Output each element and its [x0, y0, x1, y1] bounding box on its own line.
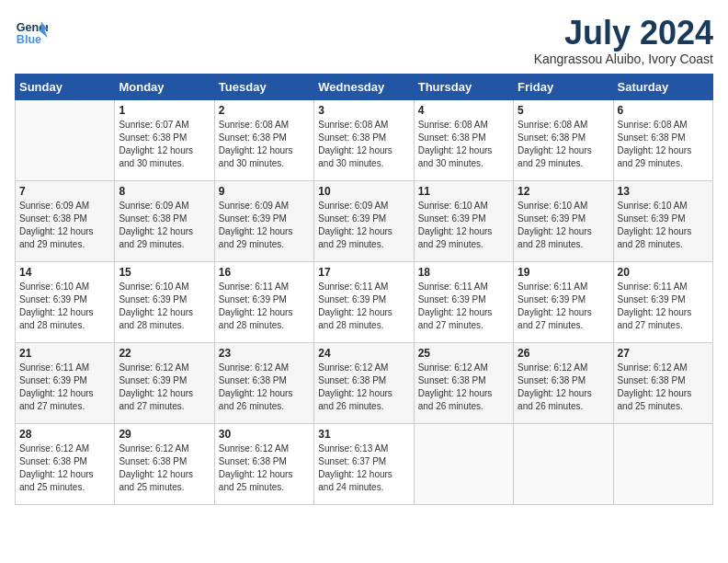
day-number: 24 — [318, 347, 409, 360]
day-info: Sunrise: 6:09 AM Sunset: 6:39 PM Dayligh… — [318, 200, 409, 251]
day-number: 16 — [219, 266, 310, 279]
day-info: Sunrise: 6:08 AM Sunset: 6:38 PM Dayligh… — [418, 119, 509, 170]
calendar-cell — [514, 423, 613, 504]
day-info: Sunrise: 6:08 AM Sunset: 6:38 PM Dayligh… — [518, 119, 609, 170]
day-number: 10 — [318, 185, 409, 198]
calendar-cell: 31Sunrise: 6:13 AM Sunset: 6:37 PM Dayli… — [314, 423, 414, 504]
calendar-cell: 3Sunrise: 6:08 AM Sunset: 6:38 PM Daylig… — [314, 99, 414, 180]
day-info: Sunrise: 6:11 AM Sunset: 6:39 PM Dayligh… — [618, 281, 709, 332]
day-info: Sunrise: 6:08 AM Sunset: 6:38 PM Dayligh… — [318, 119, 409, 170]
day-info: Sunrise: 6:11 AM Sunset: 6:39 PM Dayligh… — [418, 281, 509, 332]
day-of-week-header: Wednesday — [314, 74, 414, 99]
calendar-table: SundayMondayTuesdayWednesdayThursdayFrid… — [15, 74, 713, 505]
day-number: 20 — [618, 266, 709, 279]
calendar-cell: 4Sunrise: 6:08 AM Sunset: 6:38 PM Daylig… — [414, 99, 513, 180]
day-number: 27 — [618, 347, 709, 360]
calendar-cell: 8Sunrise: 6:09 AM Sunset: 6:38 PM Daylig… — [115, 180, 214, 261]
day-number: 1 — [119, 104, 210, 117]
calendar-cell: 1Sunrise: 6:07 AM Sunset: 6:38 PM Daylig… — [115, 99, 214, 180]
day-number: 6 — [618, 104, 709, 117]
day-info: Sunrise: 6:09 AM Sunset: 6:38 PM Dayligh… — [19, 200, 110, 251]
day-info: Sunrise: 6:10 AM Sunset: 6:39 PM Dayligh… — [19, 281, 110, 332]
calendar-cell: 28Sunrise: 6:12 AM Sunset: 6:38 PM Dayli… — [16, 423, 115, 504]
calendar-cell: 24Sunrise: 6:12 AM Sunset: 6:38 PM Dayli… — [314, 342, 414, 423]
calendar-cell: 11Sunrise: 6:10 AM Sunset: 6:39 PM Dayli… — [414, 180, 513, 261]
day-of-week-header: Thursday — [414, 74, 513, 99]
day-number: 13 — [618, 185, 709, 198]
day-info: Sunrise: 6:13 AM Sunset: 6:37 PM Dayligh… — [318, 442, 409, 494]
calendar-cell: 17Sunrise: 6:11 AM Sunset: 6:39 PM Dayli… — [314, 261, 414, 342]
day-number: 28 — [19, 428, 110, 441]
day-of-week-header: Friday — [514, 74, 613, 99]
calendar-cell — [613, 423, 712, 504]
day-number: 3 — [318, 104, 409, 117]
day-info: Sunrise: 6:09 AM Sunset: 6:39 PM Dayligh… — [219, 200, 310, 251]
calendar-cell: 20Sunrise: 6:11 AM Sunset: 6:39 PM Dayli… — [613, 261, 712, 342]
calendar-cell: 19Sunrise: 6:11 AM Sunset: 6:39 PM Dayli… — [514, 261, 613, 342]
calendar-cell: 13Sunrise: 6:10 AM Sunset: 6:39 PM Dayli… — [613, 180, 712, 261]
calendar-cell — [16, 99, 115, 180]
day-info: Sunrise: 6:10 AM Sunset: 6:39 PM Dayligh… — [618, 200, 709, 251]
calendar-cell: 12Sunrise: 6:10 AM Sunset: 6:39 PM Dayli… — [514, 180, 613, 261]
calendar-cell: 15Sunrise: 6:10 AM Sunset: 6:39 PM Dayli… — [115, 261, 214, 342]
day-number: 31 — [318, 428, 409, 441]
calendar-cell — [414, 423, 513, 504]
calendar-cell: 14Sunrise: 6:10 AM Sunset: 6:39 PM Dayli… — [16, 261, 115, 342]
day-info: Sunrise: 6:11 AM Sunset: 6:39 PM Dayligh… — [19, 362, 110, 413]
calendar-cell: 22Sunrise: 6:12 AM Sunset: 6:39 PM Dayli… — [115, 342, 214, 423]
day-info: Sunrise: 6:11 AM Sunset: 6:39 PM Dayligh… — [219, 281, 310, 332]
day-number: 30 — [219, 428, 310, 441]
day-number: 4 — [418, 104, 509, 117]
day-info: Sunrise: 6:11 AM Sunset: 6:39 PM Dayligh… — [318, 281, 409, 332]
day-number: 21 — [19, 347, 110, 360]
day-info: Sunrise: 6:10 AM Sunset: 6:39 PM Dayligh… — [518, 200, 609, 251]
day-number: 11 — [418, 185, 509, 198]
day-of-week-header: Monday — [115, 74, 214, 99]
day-number: 8 — [119, 185, 210, 198]
day-info: Sunrise: 6:12 AM Sunset: 6:38 PM Dayligh… — [219, 362, 310, 413]
day-number: 29 — [119, 428, 210, 441]
day-number: 22 — [119, 347, 210, 360]
calendar-cell: 9Sunrise: 6:09 AM Sunset: 6:39 PM Daylig… — [214, 180, 313, 261]
calendar-cell: 2Sunrise: 6:08 AM Sunset: 6:38 PM Daylig… — [214, 99, 313, 180]
day-info: Sunrise: 6:12 AM Sunset: 6:38 PM Dayligh… — [618, 362, 709, 413]
day-number: 19 — [518, 266, 609, 279]
location: Kangrassou Aluibo, Ivory Coast — [534, 52, 713, 66]
day-info: Sunrise: 6:10 AM Sunset: 6:39 PM Dayligh… — [418, 200, 509, 251]
day-info: Sunrise: 6:12 AM Sunset: 6:38 PM Dayligh… — [318, 362, 409, 413]
calendar-cell: 30Sunrise: 6:12 AM Sunset: 6:38 PM Dayli… — [214, 423, 313, 504]
day-of-week-header: Tuesday — [214, 74, 313, 99]
day-number: 2 — [219, 104, 310, 117]
day-info: Sunrise: 6:11 AM Sunset: 6:39 PM Dayligh… — [518, 281, 609, 332]
day-number: 14 — [19, 266, 110, 279]
page-header: General Blue July 2024 Kangrassou Aluibo… — [15, 15, 713, 66]
day-info: Sunrise: 6:12 AM Sunset: 6:38 PM Dayligh… — [518, 362, 609, 413]
calendar-cell: 29Sunrise: 6:12 AM Sunset: 6:38 PM Dayli… — [115, 423, 214, 504]
calendar-cell: 27Sunrise: 6:12 AM Sunset: 6:38 PM Dayli… — [613, 342, 712, 423]
calendar-cell: 6Sunrise: 6:08 AM Sunset: 6:38 PM Daylig… — [613, 99, 712, 180]
calendar-header: SundayMondayTuesdayWednesdayThursdayFrid… — [16, 74, 713, 99]
day-info: Sunrise: 6:12 AM Sunset: 6:39 PM Dayligh… — [119, 362, 210, 413]
day-number: 17 — [318, 266, 409, 279]
calendar-cell: 16Sunrise: 6:11 AM Sunset: 6:39 PM Dayli… — [214, 261, 313, 342]
title-block: July 2024 Kangrassou Aluibo, Ivory Coast — [534, 15, 713, 66]
day-of-week-header: Saturday — [613, 74, 712, 99]
day-info: Sunrise: 6:08 AM Sunset: 6:38 PM Dayligh… — [618, 119, 709, 170]
day-number: 23 — [219, 347, 310, 360]
day-info: Sunrise: 6:09 AM Sunset: 6:38 PM Dayligh… — [119, 200, 210, 251]
logo: General Blue — [15, 15, 48, 48]
calendar-cell: 21Sunrise: 6:11 AM Sunset: 6:39 PM Dayli… — [16, 342, 115, 423]
day-info: Sunrise: 6:12 AM Sunset: 6:38 PM Dayligh… — [19, 442, 110, 494]
day-number: 12 — [518, 185, 609, 198]
day-number: 9 — [219, 185, 310, 198]
calendar-cell: 5Sunrise: 6:08 AM Sunset: 6:38 PM Daylig… — [514, 99, 613, 180]
day-info: Sunrise: 6:12 AM Sunset: 6:38 PM Dayligh… — [119, 442, 210, 494]
day-info: Sunrise: 6:07 AM Sunset: 6:38 PM Dayligh… — [119, 119, 210, 170]
day-number: 7 — [19, 185, 110, 198]
day-number: 15 — [119, 266, 210, 279]
logo-icon: General Blue — [15, 15, 48, 48]
day-number: 25 — [418, 347, 509, 360]
day-info: Sunrise: 6:10 AM Sunset: 6:39 PM Dayligh… — [119, 281, 210, 332]
calendar-cell: 26Sunrise: 6:12 AM Sunset: 6:38 PM Dayli… — [514, 342, 613, 423]
day-number: 18 — [418, 266, 509, 279]
